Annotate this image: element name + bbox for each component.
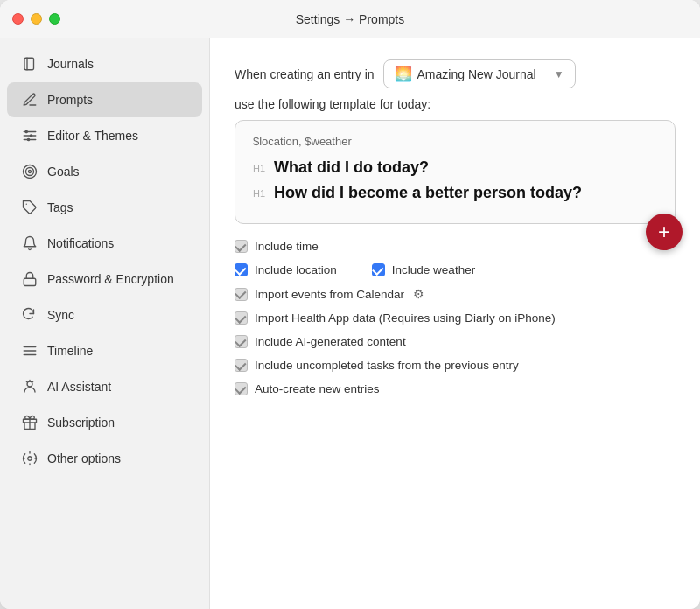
label-include-weather: Include weather: [392, 263, 475, 276]
option-include-time[interactable]: Include time: [234, 240, 676, 253]
template-meta: $location, $weather: [253, 135, 657, 148]
label-include-tasks: Include uncompleted tasks from the previ…: [255, 359, 519, 372]
gear-icon[interactable]: ⚙: [413, 287, 424, 301]
journals-icon: [21, 55, 38, 73]
option-include-location[interactable]: Include location: [234, 263, 337, 276]
template-label: use the following template for today:: [234, 97, 676, 111]
h1-label-2: H1: [253, 188, 267, 199]
chevron-down-icon: ▼: [554, 68, 564, 80]
content-area: Journals Prompts: [0, 38, 700, 609]
label-include-location: Include location: [255, 263, 337, 276]
sidebar-item-editor-themes[interactable]: Editor & Themes: [7, 118, 202, 153]
editor-icon: [21, 127, 38, 144]
checkbox-include-location[interactable]: [234, 263, 248, 276]
maximize-button[interactable]: [49, 13, 60, 24]
sidebar-item-other[interactable]: Other options: [7, 441, 202, 476]
sidebar-item-prompts[interactable]: Prompts: [7, 82, 202, 117]
sidebar-item-tags[interactable]: Tags: [7, 190, 202, 225]
sidebar-item-password[interactable]: Password & Encryption: [7, 262, 202, 297]
entry-prefix-label: When creating an entry in: [234, 67, 374, 81]
svg-point-7: [27, 138, 29, 140]
label-include-ai: Include AI-generated content: [255, 335, 406, 348]
heading-text-2: How did I become a better person today?: [274, 184, 582, 202]
minimize-button[interactable]: [31, 13, 42, 24]
entry-row: When creating an entry in 🌅 Amazing New …: [234, 60, 676, 88]
heading-text-1: What did I do today?: [274, 158, 429, 177]
subscription-icon: [21, 414, 38, 431]
sidebar-item-journals[interactable]: Journals: [7, 46, 202, 81]
journal-dropdown[interactable]: 🌅 Amazing New Journal ▼: [383, 60, 576, 88]
notifications-icon: [21, 234, 38, 252]
checkbox-auto-create[interactable]: [234, 382, 248, 396]
template-heading-1: H1 What did I do today?: [253, 158, 657, 177]
svg-rect-0: [24, 58, 34, 70]
sidebar-label-prompts: Prompts: [47, 93, 93, 107]
checkbox-include-tasks[interactable]: [234, 359, 248, 372]
checkbox-import-health[interactable]: [234, 312, 248, 325]
option-import-calendar[interactable]: Import events from Calendar ⚙: [234, 287, 676, 301]
tags-icon: [21, 199, 38, 216]
sidebar-item-goals[interactable]: Goals: [7, 154, 202, 189]
fab-add-button[interactable]: +: [646, 214, 682, 250]
close-button[interactable]: [12, 13, 24, 24]
svg-rect-12: [24, 278, 36, 285]
other-icon: [21, 450, 38, 467]
template-heading-2: H1 How did I become a better person toda…: [253, 184, 657, 202]
sidebar-label-journals: Journals: [47, 57, 94, 71]
window-title: Settings → Prompts: [296, 12, 405, 26]
sidebar-label-tags: Tags: [47, 200, 74, 214]
svg-point-10: [29, 171, 32, 173]
svg-point-17: [28, 457, 32, 461]
titlebar: Settings → Prompts: [0, 0, 700, 38]
svg-point-5: [25, 130, 27, 132]
checkbox-import-calendar[interactable]: [234, 288, 248, 301]
svg-point-9: [26, 168, 34, 176]
sidebar-item-timeline[interactable]: Timeline: [7, 333, 202, 368]
goals-icon: [21, 163, 38, 180]
sidebar-item-ai[interactable]: AI Assistant: [7, 369, 202, 404]
journal-name: Amazing New Journal: [417, 67, 536, 81]
sidebar-label-timeline: Timeline: [47, 344, 93, 358]
main-panel: When creating an entry in 🌅 Amazing New …: [210, 38, 700, 609]
checkbox-include-ai[interactable]: [234, 335, 248, 348]
checkbox-include-weather[interactable]: [372, 263, 385, 276]
label-auto-create: Auto-create new entries: [255, 382, 380, 396]
app-window: Settings → Prompts Journals: [0, 0, 700, 609]
option-include-ai[interactable]: Include AI-generated content: [234, 335, 676, 348]
template-box: $location, $weather H1 What did I do tod…: [234, 120, 676, 224]
fab-plus-icon: +: [658, 221, 670, 242]
svg-point-8: [24, 165, 37, 178]
sidebar-label-editor: Editor & Themes: [47, 129, 138, 143]
timeline-icon: [21, 342, 38, 360]
sidebar-label-password: Password & Encryption: [47, 272, 174, 286]
ai-icon: [21, 378, 38, 396]
option-include-tasks[interactable]: Include uncompleted tasks from the previ…: [234, 359, 676, 372]
label-include-time: Include time: [255, 240, 318, 253]
option-import-health[interactable]: Import Health App data (Requires using D…: [234, 312, 676, 325]
password-icon: [21, 270, 38, 288]
journal-dropdown-left: 🌅 Amazing New Journal: [395, 66, 536, 82]
svg-point-6: [30, 135, 32, 136]
traffic-lights: [12, 13, 60, 24]
checkbox-row-pair: Include location Include weather: [234, 263, 676, 276]
sidebar-item-subscription[interactable]: Subscription: [7, 405, 202, 440]
sidebar-label-subscription: Subscription: [47, 416, 115, 430]
options-wrapper: Include time Include location Include we…: [234, 240, 676, 396]
label-import-health: Import Health App data (Requires using D…: [255, 312, 556, 325]
sidebar-label-notifications: Notifications: [47, 236, 114, 250]
sync-icon: [21, 306, 38, 324]
option-include-weather[interactable]: Include weather: [372, 263, 475, 276]
prompts-icon: [21, 91, 38, 108]
option-auto-create[interactable]: Auto-create new entries: [234, 382, 676, 396]
sidebar-label-other: Other options: [47, 452, 121, 466]
h1-label-1: H1: [253, 163, 267, 173]
checkbox-include-time[interactable]: [234, 240, 248, 253]
sidebar-label-sync: Sync: [47, 308, 74, 322]
sidebar: Journals Prompts: [0, 38, 210, 609]
sidebar-label-ai: AI Assistant: [47, 380, 111, 394]
options-section: Include time Include location Include we…: [234, 240, 676, 396]
sidebar-label-goals: Goals: [47, 164, 80, 178]
sidebar-item-sync[interactable]: Sync: [7, 298, 202, 332]
journal-emoji: 🌅: [395, 66, 412, 82]
sidebar-item-notifications[interactable]: Notifications: [7, 226, 202, 261]
